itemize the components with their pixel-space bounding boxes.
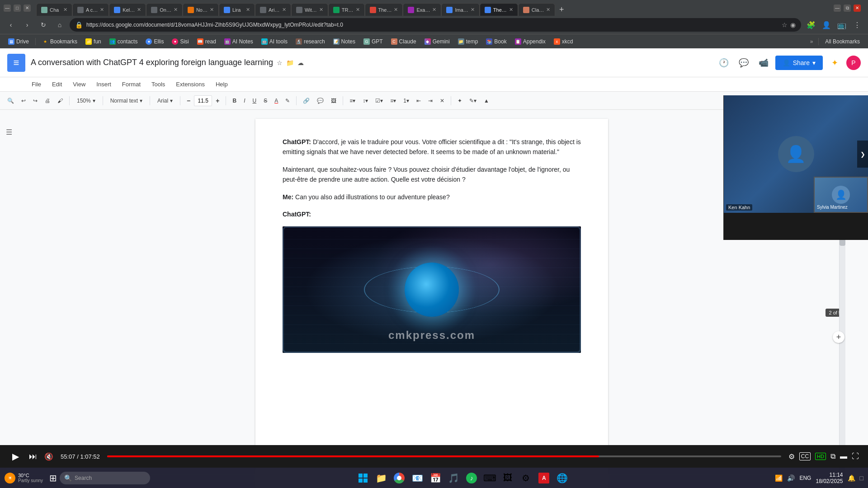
taskbar-icon-terminal[interactable]: ⌨ [481, 470, 498, 486]
comment-button[interactable]: 💬 [314, 94, 326, 107]
tab-the1[interactable]: The… ✕ [365, 3, 403, 16]
tab-ima[interactable]: Ima… ✕ [441, 3, 479, 16]
search-toolbar-btn[interactable]: 🔍 [5, 94, 17, 107]
taskbar-icon-windows[interactable] [355, 470, 371, 486]
menu-extensions[interactable]: Extensions [171, 79, 209, 89]
video-panel-collapse[interactable]: ❯ [857, 141, 868, 168]
pip-icon[interactable]: ⧉ [830, 452, 835, 460]
menu-tools[interactable]: Tools [147, 79, 170, 89]
bookmark-drive[interactable]: ▦ Drive [5, 38, 33, 46]
bookmark-sisi[interactable]: ● Sisi [168, 38, 192, 46]
address-bar[interactable]: 🔒 https://docs.google.com/document/d/18v… [70, 18, 801, 32]
bookmark-appendix[interactable]: 📋 Appendix [511, 38, 549, 46]
win-restore[interactable]: ⧉ [844, 5, 851, 12]
underline-button[interactable]: U [250, 94, 259, 107]
tab-close[interactable]: ✕ [246, 7, 250, 13]
cast-icon[interactable]: 📺 [835, 19, 848, 31]
win-minimize[interactable]: — [834, 5, 841, 12]
settings-icon[interactable]: ⋮ [851, 19, 863, 31]
close-button[interactable]: ✕ [24, 5, 31, 12]
menu-view[interactable]: View [68, 79, 90, 89]
bookmark-ai-notes[interactable]: 🤖 AI Notes [221, 38, 257, 46]
redo-button[interactable]: ↪ [30, 94, 40, 107]
tab-cla[interactable]: Cla… ✕ [518, 3, 556, 16]
spark-icon[interactable]: ✦ [826, 55, 843, 71]
bookmark-gpt[interactable]: G GPT [360, 38, 387, 46]
tab-close[interactable]: ✕ [509, 7, 513, 13]
ai-button[interactable]: ✦ [455, 94, 465, 107]
menu-file[interactable]: File [27, 79, 46, 89]
strikethrough-button[interactable]: S [261, 94, 270, 107]
bookmark-fun[interactable]: 📁 fun [82, 38, 105, 46]
italic-button[interactable]: I [241, 94, 248, 107]
decrease-indent-button[interactable]: ⇤ [414, 94, 424, 107]
bookmark-xkcd[interactable]: x xkcd [550, 38, 577, 46]
bookmark-book[interactable]: 📚 Book [482, 38, 510, 46]
tab-the2[interactable]: The… ✕ [480, 3, 518, 16]
notification-icon[interactable]: 🔔 [848, 474, 855, 482]
checklist-button[interactable]: ☑▾ [373, 94, 386, 107]
minimize-button[interactable]: — [4, 5, 11, 12]
bookmark-all-bookmarks[interactable]: All Bookmarks [821, 38, 863, 46]
tab-close[interactable]: ✕ [432, 7, 436, 13]
increase-indent-button[interactable]: ⇥ [425, 94, 435, 107]
taskbar-icon-chrome[interactable] [391, 470, 407, 486]
taskbar-icon-explorer[interactable]: 📁 [373, 470, 389, 486]
align-button[interactable]: ≡▾ [347, 94, 358, 107]
zoom-dropdown[interactable]: 150% ▾ [73, 94, 99, 107]
tab-close[interactable]: ✕ [471, 7, 475, 13]
forward-button[interactable]: › [21, 19, 33, 31]
link-button[interactable]: 🔗 [300, 94, 312, 107]
show-desktop-icon[interactable]: □ [860, 474, 863, 482]
menu-edit[interactable]: Edit [47, 79, 66, 89]
add-comment-button[interactable]: + [833, 331, 844, 343]
taskbar-icon-music[interactable]: 🎵 [445, 470, 462, 486]
taskbar-icon-settings[interactable]: ⚙ [518, 470, 534, 486]
text-color-button[interactable]: A [272, 94, 281, 107]
font-dropdown[interactable]: Arial ▾ [154, 94, 176, 107]
paint-format-button[interactable]: 🖌 [55, 94, 66, 107]
favorite-icon[interactable]: ☆ [277, 59, 283, 66]
bookmark-star-icon[interactable]: ☆ [782, 21, 788, 28]
suggest-button[interactable]: ✎▾ [467, 94, 479, 107]
extensions-icon[interactable]: 🧩 [805, 19, 817, 31]
taskbar-search-bar[interactable]: 🔍 Search [60, 472, 150, 484]
tab-close[interactable]: ✕ [100, 7, 104, 13]
share-button[interactable]: 👤 Share ▾ [775, 56, 823, 70]
style-dropdown[interactable]: Normal text ▾ [107, 94, 146, 107]
cc-button[interactable]: CC [799, 452, 811, 460]
lens-icon[interactable]: ◉ [790, 21, 796, 28]
network-icon[interactable]: 📶 [775, 474, 783, 482]
taskbar-icon-browser-2[interactable]: 🌐 [554, 470, 570, 486]
numbered-list-button[interactable]: 1▾ [401, 94, 412, 107]
tab-nor[interactable]: No… ✕ [183, 3, 219, 16]
menu-help[interactable]: Help [211, 79, 232, 89]
tab-close[interactable]: ✕ [394, 7, 398, 13]
fullscreen-icon[interactable]: ⛶ [852, 452, 859, 460]
maximize-button[interactable]: □ [14, 5, 21, 12]
undo-button[interactable]: ↩ [19, 94, 28, 107]
tab-wit[interactable]: Wit… ✕ [291, 3, 328, 16]
tab-chat[interactable]: Cha ✕ [36, 3, 72, 16]
bookmark-read[interactable]: 📖 read [193, 38, 220, 46]
refresh-button[interactable]: ↻ [37, 19, 50, 31]
move-icon[interactable]: 📁 [286, 59, 294, 66]
menu-insert[interactable]: Insert [92, 79, 116, 89]
highlight-button[interactable]: ✎ [283, 94, 292, 107]
mute-button[interactable]: 🔇 [44, 452, 53, 461]
linespacing-button[interactable]: ↕▾ [360, 94, 371, 107]
history-icon[interactable]: 🕐 [716, 55, 732, 71]
tab-a[interactable]: A c… ✕ [72, 3, 109, 16]
start-button[interactable]: ⊞ [49, 473, 57, 483]
font-size-increase[interactable]: + [213, 94, 222, 107]
video-progress-bar[interactable] [107, 455, 781, 457]
bookmark-research[interactable]: 🔬 research [292, 38, 329, 46]
profile-icon[interactable]: 👤 [820, 19, 833, 31]
back-button[interactable]: ‹ [5, 19, 17, 31]
win-close[interactable]: ✕ [854, 5, 861, 12]
tab-close[interactable]: ✕ [63, 7, 67, 13]
bookmark-ellis[interactable]: ● Ellis [142, 38, 167, 46]
font-size-input[interactable] [194, 95, 212, 106]
meeting-icon[interactable]: 📹 [755, 55, 772, 71]
tab-lira[interactable]: Lira ✕ [219, 3, 255, 16]
